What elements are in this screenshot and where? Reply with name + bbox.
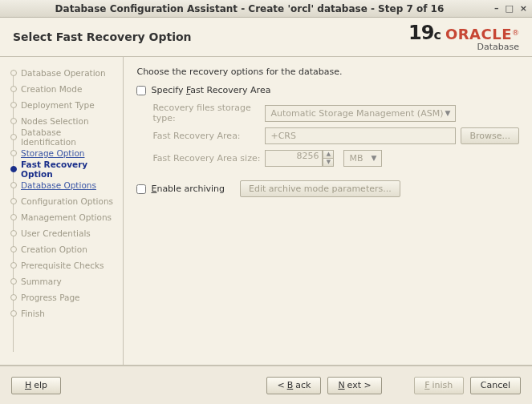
back-button[interactable]: < Back xyxy=(266,377,321,394)
wizard-step-label: Progress Page xyxy=(21,293,80,302)
step-dot-icon xyxy=(10,198,17,204)
fra-size-spinner[interactable]: 8256 ▲ ▼ xyxy=(265,150,334,167)
wizard-step-label: Nodes Selection xyxy=(21,116,89,126)
wizard-step-10: User Credentials xyxy=(10,225,118,241)
wizard-step-0: Database Operation xyxy=(10,65,118,81)
fra-size-unit-select[interactable]: MB ▼ xyxy=(343,150,382,167)
wizard-step-label: Creation Mode xyxy=(21,84,82,94)
chevron-down-icon: ▼ xyxy=(372,154,377,162)
step-dot-icon xyxy=(10,294,17,301)
step-dot-icon xyxy=(10,150,17,156)
spinner-up-icon[interactable]: ▲ xyxy=(323,150,334,159)
wizard-step-label: User Credentials xyxy=(21,228,91,238)
wizard-step-label: Storage Option xyxy=(21,148,84,158)
edit-archive-button[interactable]: Edit archive mode parameters... xyxy=(240,180,400,197)
enable-archiving-label: Enable archiving xyxy=(151,184,225,194)
wizard-step-5[interactable]: Storage Option xyxy=(10,145,118,161)
wizard-step-label: Prerequisite Checks xyxy=(21,261,104,270)
chevron-down-icon: ▼ xyxy=(445,109,451,117)
step-dot-icon xyxy=(10,278,17,285)
fra-size-label: Fast Recovery Area size: xyxy=(152,153,265,164)
fra-path-field[interactable]: +CRS xyxy=(265,127,456,144)
fra-path-label: Fast Recovery Area: xyxy=(152,131,265,141)
cancel-button[interactable]: Cancel xyxy=(470,377,521,394)
brand-database-text: Database xyxy=(477,42,520,52)
wizard-sidebar: Database OperationCreation ModeDeploymen… xyxy=(0,57,124,365)
intro-text: Choose the recovery options for the data… xyxy=(136,67,519,77)
wizard-step-label: Finish xyxy=(21,309,45,318)
step-dot-icon xyxy=(10,86,17,92)
enable-archiving-checkbox[interactable] xyxy=(136,184,146,194)
step-dot-icon xyxy=(10,118,17,124)
wizard-step-12: Prerequisite Checks xyxy=(10,257,118,273)
maximize-icon[interactable]: □ xyxy=(505,3,513,14)
wizard-step-4: Database Identification xyxy=(10,129,118,145)
wizard-step-3: Nodes Selection xyxy=(10,113,118,129)
storage-type-label: Recovery files storage type: xyxy=(152,103,265,123)
wizard-step-15: Finish xyxy=(10,305,118,321)
close-icon[interactable]: × xyxy=(520,3,527,14)
page-title: Select Fast Recovery Option xyxy=(13,30,408,43)
step-dot-icon xyxy=(10,134,17,140)
minimize-icon[interactable]: – xyxy=(494,3,499,14)
wizard-step-label: Database Options xyxy=(21,180,96,190)
wizard-step-label: Fast Recovery Option xyxy=(21,160,118,179)
wizard-step-11: Creation Option xyxy=(10,241,118,257)
brand-logo: 19c ORACLE® Database xyxy=(408,22,519,51)
step-dot-icon xyxy=(10,230,17,236)
storage-type-select[interactable]: Automatic Storage Management (ASM) ▼ xyxy=(265,105,456,122)
wizard-step-label: Management Options xyxy=(21,212,112,222)
wizard-step-7[interactable]: Database Options xyxy=(10,177,118,193)
spinner-down-icon[interactable]: ▼ xyxy=(323,158,334,167)
wizard-step-1: Creation Mode xyxy=(10,81,118,97)
window-controls: – □ × xyxy=(494,3,527,14)
wizard-step-9: Management Options xyxy=(10,209,118,225)
wizard-step-label: Database Identification xyxy=(21,127,118,147)
step-dot-icon xyxy=(10,262,17,269)
page-header: Select Fast Recovery Option 19c ORACLE® … xyxy=(0,18,532,56)
wizard-step-label: Creation Option xyxy=(21,244,87,254)
wizard-step-14: Progress Page xyxy=(10,289,118,305)
wizard-step-8: Configuration Options xyxy=(10,193,118,209)
next-button[interactable]: Next > xyxy=(327,377,381,394)
specify-fra-label: Specify Fast Recovery Area xyxy=(151,85,270,95)
footer-bar: Help < Back Next > Finish Cancel xyxy=(0,366,532,404)
wizard-step-6: Fast Recovery Option xyxy=(10,161,118,177)
help-button[interactable]: Help xyxy=(11,377,61,394)
step-dot-icon xyxy=(10,310,17,317)
step-dot-icon xyxy=(10,214,17,220)
window-titlebar: Database Configuration Assistant - Creat… xyxy=(0,0,532,18)
window-title: Database Configuration Assistant - Creat… xyxy=(5,3,494,14)
wizard-step-label: Database Operation xyxy=(21,68,106,78)
wizard-step-13: Summary xyxy=(10,273,118,289)
brand-oracle-text: ORACLE xyxy=(445,26,512,42)
step-dot-icon xyxy=(10,166,17,172)
wizard-step-label: Configuration Options xyxy=(21,196,113,206)
browse-button[interactable]: Browse... xyxy=(461,127,519,144)
step-dot-icon xyxy=(10,246,17,252)
brand-version: 19c xyxy=(408,22,441,44)
wizard-step-label: Summary xyxy=(21,277,62,286)
wizard-step-2: Deployment Type xyxy=(10,97,118,113)
content-area: Choose the recovery options for the data… xyxy=(124,57,532,365)
step-dot-icon xyxy=(10,102,17,108)
finish-button: Finish xyxy=(414,377,464,394)
step-dot-icon xyxy=(10,70,17,76)
wizard-step-label: Deployment Type xyxy=(21,100,95,110)
fra-size-value[interactable]: 8256 xyxy=(265,150,323,167)
specify-fra-checkbox[interactable] xyxy=(136,86,146,95)
step-dot-icon xyxy=(10,182,17,188)
